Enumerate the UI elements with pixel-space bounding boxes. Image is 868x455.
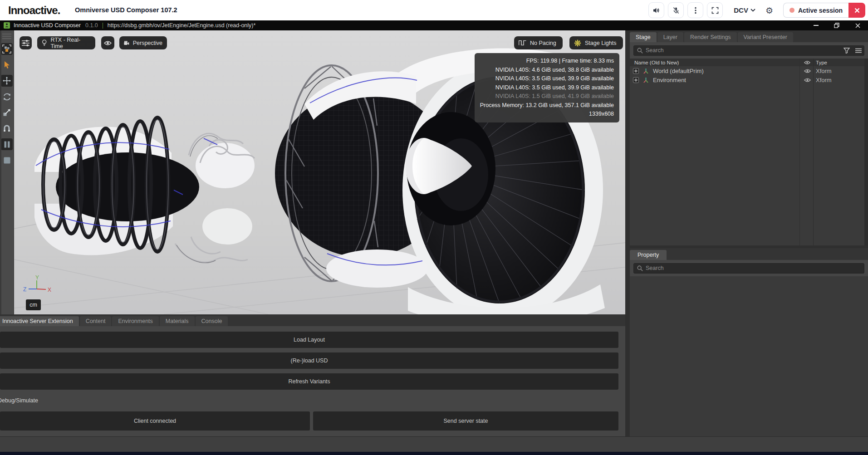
eye-icon: [804, 60, 810, 65]
prim-name[interactable]: Environment: [653, 77, 686, 83]
close-window-button[interactable]: [847, 20, 868, 30]
restore-button[interactable]: [826, 20, 847, 30]
tab-layer[interactable]: Layer: [657, 32, 683, 42]
axis-gizmo: Y X Z: [19, 275, 55, 297]
renderer-selector-button[interactable]: RTX - Real-Time: [37, 36, 95, 49]
dcv-dropdown[interactable]: DCV: [734, 6, 755, 14]
expand-icon[interactable]: [633, 77, 639, 83]
reload-usd-button[interactable]: (Re-)load USD: [0, 352, 618, 369]
active-session-button[interactable]: Active session: [783, 3, 848, 18]
innoactive-app-glyph-icon: [4, 22, 10, 29]
window-app-version: 0.1.0: [85, 22, 98, 29]
tab-console[interactable]: Console: [196, 316, 228, 326]
type-column-header[interactable]: Type: [816, 60, 827, 65]
chevron-down-icon: [750, 9, 755, 12]
speaker-button[interactable]: [648, 2, 664, 18]
omniverse-usd-composer-app: Innoactive. Omniverse USD Composer 107.2: [0, 0, 868, 455]
viewport-settings-button[interactable]: [20, 36, 32, 49]
fullscreen-button[interactable]: [707, 2, 723, 18]
tree-row-world[interactable]: World (defaultPrim) Xform: [630, 66, 868, 75]
move-tool[interactable]: [1, 75, 13, 87]
bottom-panel-tabs: Innoactive Server Extension Content Envi…: [0, 314, 625, 326]
stage-tree-empty-area[interactable]: [630, 84, 868, 245]
stage-scrollbar[interactable]: [864, 59, 868, 66]
top-bar: Innoactive. Omniverse USD Composer 107.2: [0, 0, 868, 20]
tab-render-settings[interactable]: Render Settings: [684, 32, 737, 42]
property-search-input[interactable]: [646, 265, 861, 271]
load-layout-button[interactable]: Load Layout: [0, 332, 618, 348]
camera-selector-button[interactable]: Perspective: [119, 36, 167, 49]
snap-tool[interactable]: [1, 122, 13, 134]
session-status-dot: [790, 8, 794, 13]
stage-scrollbar[interactable]: [864, 66, 868, 75]
innoactive-logo: Innoactive.: [8, 4, 60, 17]
window-title-bar: Innoactive USD Composer 0.1.0 https://ds…: [0, 20, 868, 30]
lightbulb-icon: [42, 39, 47, 46]
speaker-icon: [652, 7, 660, 14]
no-pacing-button[interactable]: No Pacing: [514, 36, 563, 49]
visibility-options-button[interactable]: [101, 36, 114, 49]
tab-environments[interactable]: Environments: [112, 316, 158, 326]
restore-window-icon: [834, 23, 839, 28]
tab-content[interactable]: Content: [80, 316, 112, 326]
stats-fps: FPS: 119.98 | Frame time: 8.33 ms: [480, 57, 614, 66]
visibility-toggle[interactable]: [802, 78, 812, 83]
settings-gear-button[interactable]: ⚙: [765, 5, 773, 15]
pause-icon: [4, 141, 10, 148]
stage-scrollbar[interactable]: [864, 84, 868, 245]
microphone-muted-button[interactable]: [668, 2, 684, 18]
minimize-button[interactable]: [805, 20, 826, 30]
stage-search-row: [630, 42, 868, 59]
close-window-icon: [855, 23, 860, 28]
stop-playback-tool[interactable]: [1, 154, 13, 166]
stats-gpu-3: NVIDIA L40S: 3.5 GiB used, 39.9 GiB avai…: [480, 83, 614, 93]
tab-materials[interactable]: Materials: [160, 316, 195, 326]
close-icon: [854, 8, 860, 13]
units-badge: cm: [26, 299, 41, 310]
list-options-icon[interactable]: [855, 48, 862, 53]
tab-property[interactable]: Property: [630, 250, 667, 260]
client-connected-button[interactable]: Client connected: [0, 411, 310, 431]
tree-row-environment[interactable]: Environment Xform: [630, 75, 868, 84]
refresh-variants-button[interactable]: Refresh Variants: [0, 373, 618, 390]
visibility-toggle[interactable]: [802, 68, 812, 73]
tab-stage[interactable]: Stage: [630, 32, 657, 42]
rotate-tool[interactable]: [1, 91, 13, 103]
pause-playback-tool[interactable]: [1, 138, 13, 150]
property-search-row: [630, 260, 868, 276]
prim-name[interactable]: World (defaultPrim): [653, 68, 704, 74]
tab-variant-presenter[interactable]: Variant Presenter: [738, 32, 793, 42]
stage-scrollbar[interactable]: [864, 75, 868, 84]
property-search-box[interactable]: [633, 263, 864, 274]
stage-lights-button[interactable]: Stage Lights: [569, 36, 623, 49]
scale-tool[interactable]: [1, 107, 13, 118]
more-options-button[interactable]: [687, 2, 703, 18]
end-session-button[interactable]: [848, 3, 865, 18]
selection-mode-tool[interactable]: [1, 43, 13, 55]
minimize-icon: [814, 25, 819, 26]
stage-search-input[interactable]: [646, 47, 861, 54]
search-icon: [637, 48, 643, 54]
stats-gpu-1: NVIDIA L40S: 4.6 GiB used, 38.8 GiB avai…: [480, 66, 614, 75]
toolbar-drag-handle[interactable]: [2, 34, 11, 39]
stage-search-box[interactable]: [633, 45, 864, 56]
stage-lights-icon: [574, 39, 581, 47]
viewport[interactable]: RTX - Real-Time Perspective No Pacing: [14, 30, 625, 314]
name-column-header[interactable]: Name (Old to New): [634, 60, 679, 65]
axis-z-label: Z: [23, 286, 26, 293]
stats-process-memory: Process Memory: 13.2 GiB used, 357.1 GiB…: [480, 101, 614, 110]
filter-icon[interactable]: [843, 48, 850, 54]
tab-innoactive-server-extension[interactable]: Innoactive Server Extension: [0, 316, 79, 326]
eye-icon: [804, 78, 811, 83]
window-bar-divider: [103, 23, 103, 29]
stage-url: https://dsbg.gmbh/ov/JetEngine/JetEngine…: [108, 22, 256, 29]
right-panel: Stage Layer Render Settings Variant Pres…: [630, 30, 868, 436]
renderer-label: RTX - Real-Time: [50, 37, 91, 49]
send-server-state-button[interactable]: Send server state: [313, 411, 618, 431]
visibility-column-header: [802, 60, 812, 65]
active-session-group: Active session: [783, 3, 865, 18]
expand-icon[interactable]: [633, 68, 639, 74]
bottom-panel: Innoactive Server Extension Content Envi…: [0, 314, 625, 436]
select-tool[interactable]: [1, 59, 13, 71]
prim-type: Xform: [816, 77, 832, 83]
